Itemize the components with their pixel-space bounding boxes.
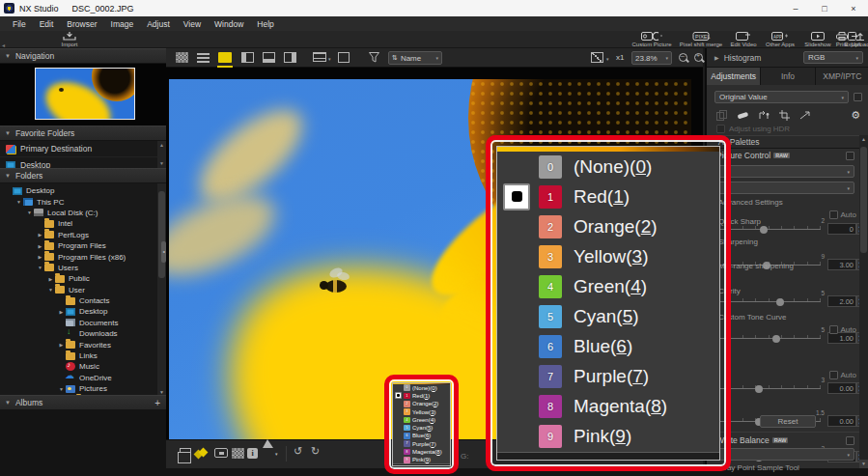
label-item-green[interactable]: 4Green(4)	[497, 271, 719, 301]
maximize-icon[interactable]: □	[810, 4, 839, 14]
info-overlay-icon[interactable]: i	[247, 448, 258, 459]
add-album-icon[interactable]: +	[154, 398, 160, 408]
collapse-arrow-icon[interactable]: ▼	[25, 210, 34, 215]
zoom-1to1-button[interactable]: x1	[616, 53, 624, 62]
tree-item-local-disk-c-[interactable]: ▼Local Disk (C:)	[0, 208, 166, 218]
label-item-pink[interactable]: 9Pink(9)	[497, 421, 719, 451]
original-value-dropdown[interactable]: Original Value ▾	[714, 91, 849, 103]
fit-dropdown-icon[interactable]: ▾	[606, 56, 609, 62]
tree-item-this-pc[interactable]: ▼This PC	[0, 196, 166, 207]
expand-arrow-icon[interactable]: ▶	[36, 232, 44, 238]
slider-value[interactable]: 2.00	[827, 295, 856, 307]
tree-item-user[interactable]: ▼User	[0, 285, 166, 295]
white-balance-checkbox[interactable]	[846, 436, 854, 445]
filter-icon[interactable]	[369, 52, 379, 63]
palettes-header[interactable]: All Palettes	[707, 135, 868, 149]
adjust-hdr-checkbox[interactable]	[716, 125, 725, 133]
copy-adjustments-icon[interactable]	[716, 110, 728, 121]
expand-arrow-icon[interactable]: ▶	[36, 254, 44, 260]
scroll-up-icon[interactable]: ▲	[859, 135, 868, 144]
favorites-scrollbar[interactable]: ▲▼	[157, 141, 166, 168]
slider-handle[interactable]	[772, 335, 780, 343]
label-item-green[interactable]: 4Green(4)	[393, 416, 450, 424]
list-view-icon[interactable]	[197, 52, 210, 63]
menu-edit[interactable]: Edit	[33, 19, 61, 29]
tab-adjustments[interactable]: Adjustments	[707, 68, 761, 85]
menu-adjust[interactable]: Adjust	[140, 19, 177, 29]
gear-icon[interactable]: ⚙	[851, 109, 860, 122]
navigation-thumbnail[interactable]	[35, 68, 135, 120]
folders-header[interactable]: ▼ Folders	[0, 168, 166, 183]
panel-scrollbar[interactable]: ▲ ▼	[859, 135, 868, 468]
tree-item-program-files-x86-[interactable]: ▶Program Files (x86)	[0, 251, 166, 262]
menu-file[interactable]: File	[6, 19, 33, 29]
tab-xmp-iptc[interactable]: XMP/IPTC	[816, 68, 868, 85]
histogram-channel-dropdown[interactable]: RGB ▾	[803, 51, 863, 64]
compare-checkbox[interactable]	[854, 93, 862, 101]
menu-browser[interactable]: Browser	[60, 19, 103, 29]
reset-button[interactable]: Reset	[760, 415, 816, 428]
slider-value[interactable]: 0.00	[827, 415, 856, 427]
label-item-yellow[interactable]: 3Yellow(3)	[393, 407, 450, 415]
favorite-item-desktop[interactable]: Desktop	[0, 157, 166, 168]
sort-dropdown[interactable]: ⇅ Name ▾	[388, 51, 442, 65]
tree-item-contacts[interactable]: Contacts	[0, 295, 166, 306]
rotate-right-icon[interactable]: ↻	[311, 445, 320, 458]
slider-handle[interactable]	[755, 385, 763, 393]
zoom-in-icon[interactable]: +	[693, 52, 704, 63]
tree-item-downloads[interactable]: Downloads	[0, 328, 166, 339]
label-item-yellow[interactable]: 3Yellow(3)	[497, 241, 719, 271]
split-view-right-icon[interactable]	[284, 52, 296, 63]
slider-value[interactable]: 0.00	[827, 382, 856, 394]
albums-header[interactable]: ▼ Albums +	[0, 395, 166, 410]
label-item-purple[interactable]: 7Purple(7)	[393, 440, 450, 448]
tab-info[interactable]: Info	[761, 68, 815, 85]
label-item-none[interactable]: 0(None)(0)	[497, 152, 719, 182]
picture-control-preset-dropdown[interactable]: ▾	[714, 182, 854, 194]
menu-image[interactable]: Image	[104, 19, 141, 29]
label-item-magenta[interactable]: 8Magenta(8)	[497, 391, 719, 421]
label-item-orange[interactable]: 2Orange(2)	[393, 400, 450, 407]
label-item-blue[interactable]: 6Blue(6)	[497, 331, 719, 361]
grid-overlay-icon[interactable]	[232, 448, 244, 459]
expand-arrow-icon[interactable]: ▶	[36, 243, 44, 249]
expand-arrow-icon[interactable]: ▶	[46, 276, 55, 282]
other-apps-button[interactable]: APP Other Apps	[763, 31, 798, 48]
label-item-cyan[interactable]: 5Cyan(5)	[497, 301, 719, 331]
split-view-left-icon[interactable]	[241, 52, 254, 63]
label-item-magenta[interactable]: 8Magenta(8)	[393, 448, 450, 456]
quick-sharp-slider[interactable]: 2 0 ▲▼	[707, 223, 868, 235]
retouch-brush-icon[interactable]	[737, 110, 749, 121]
gray-point-label[interactable]: Gray Point Sample Tool	[718, 463, 799, 472]
rotate-left-icon[interactable]: ↺	[294, 445, 302, 458]
white-balance-dropdown[interactable]: ▾	[714, 448, 854, 461]
collapse-arrow-icon[interactable]: ▼	[57, 386, 66, 392]
favorite-item-primary-destination[interactable]: Primary Destination	[0, 141, 166, 157]
mid-range-sharpening-slider[interactable]: 5 2.00 ▲▼	[707, 295, 868, 307]
edit-steps-icon[interactable]	[758, 110, 770, 121]
collapse-arrow-icon[interactable]: ▼	[46, 287, 55, 293]
tree-item-links[interactable]: Links	[0, 350, 166, 361]
label-item-none[interactable]: 0(None)(0)	[393, 384, 450, 392]
navigation-header[interactable]: ▼ Navigation	[0, 48, 166, 64]
edit-video-button[interactable]: Edit Video	[726, 31, 761, 48]
image-view-icon[interactable]	[218, 52, 232, 63]
filmstrip-dropdown-icon[interactable]: ▾	[328, 56, 331, 62]
histogram-dropdown-icon[interactable]: ▾	[275, 451, 278, 457]
expand-arrow-icon[interactable]: ▶	[57, 342, 66, 348]
thumbnail-grid-view-icon[interactable]	[176, 52, 188, 63]
split-view-bottom-icon[interactable]	[263, 52, 275, 63]
tree-item-users[interactable]: ▼Users	[0, 263, 166, 273]
scroll-down-icon[interactable]: ▼	[859, 460, 868, 468]
filmstrip-icon[interactable]	[313, 52, 326, 62]
auto-checkbox[interactable]	[829, 371, 838, 379]
slider-handle[interactable]	[776, 298, 784, 306]
tree-item-documents[interactable]: Documents	[0, 318, 166, 328]
favorites-header[interactable]: ▼ Favorite Folders	[0, 126, 166, 141]
pixel-shift-merge-button[interactable]: PIXEL Pixel shift merge	[678, 31, 724, 48]
advanced-settings-label[interactable]: Advanced Settings	[707, 198, 868, 207]
tree-item-program-files[interactable]: ▶Program Files	[0, 240, 166, 251]
fullscreen-icon[interactable]	[338, 52, 350, 63]
menu-view[interactable]: View	[177, 19, 208, 29]
menu-window[interactable]: Window	[208, 19, 250, 29]
